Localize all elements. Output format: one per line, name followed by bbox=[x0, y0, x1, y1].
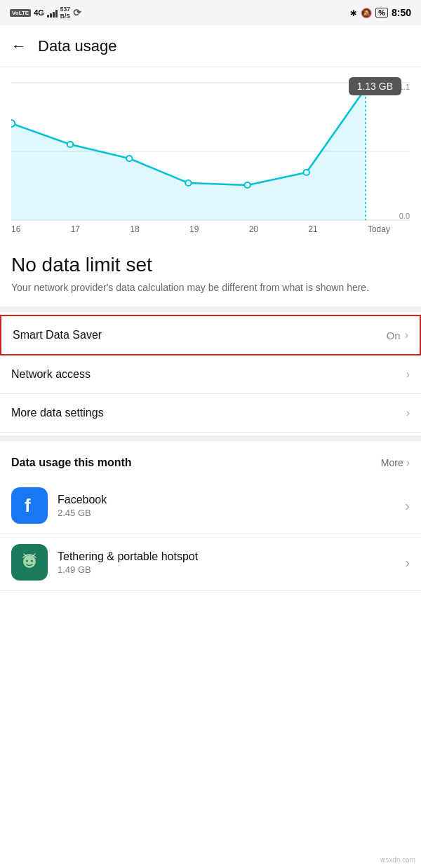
section-divider-1 bbox=[0, 306, 421, 312]
no-limit-desc: Your network provider's data calculation… bbox=[11, 280, 410, 295]
chart-section: 1.13 GB 1.1 0.0 16 17 bbox=[0, 67, 421, 243]
tethering-name: Tethering & portable hotspot bbox=[58, 550, 403, 563]
data-chart bbox=[11, 81, 410, 222]
section-divider-2 bbox=[0, 435, 421, 441]
chart-container: 1.1 0.0 16 17 18 19 20 21 Today bbox=[11, 81, 410, 236]
chevron-icon-tethering: › bbox=[405, 555, 410, 571]
network-access-left: Network access bbox=[11, 368, 91, 381]
status-left: VoLTE 4G 537 B/S ⟳ bbox=[10, 6, 81, 20]
svg-point-6 bbox=[126, 156, 132, 161]
settings-list: Smart Data Saver On › Network access › M… bbox=[0, 315, 421, 433]
svg-point-14 bbox=[26, 560, 28, 562]
smart-data-saver-right: On › bbox=[387, 329, 408, 341]
svg-point-13 bbox=[23, 555, 36, 568]
x-label-17: 17 bbox=[71, 224, 80, 234]
signal-bars bbox=[47, 8, 58, 18]
no-limit-title: No data limit set bbox=[11, 254, 410, 276]
more-data-settings-right: › bbox=[405, 407, 410, 419]
smart-data-saver-left: Smart Data Saver bbox=[13, 329, 102, 341]
chevron-icon-saver: › bbox=[405, 329, 408, 341]
tethering-logo-svg bbox=[18, 550, 41, 574]
more-label: More bbox=[381, 457, 403, 468]
tethering-icon bbox=[11, 544, 48, 581]
smart-data-saver-value: On bbox=[387, 330, 401, 341]
svg-text:f: f bbox=[25, 495, 31, 516]
month-title: Data usage this month bbox=[11, 456, 132, 469]
x-label-16: 16 bbox=[11, 224, 20, 234]
smart-data-saver-item[interactable]: Smart Data Saver On › bbox=[0, 315, 421, 355]
facebook-logo-svg: f bbox=[19, 495, 40, 516]
top-bar: ← Data usage bbox=[0, 25, 421, 67]
x-label-today: Today bbox=[368, 224, 390, 234]
status-right: ∗ 🔕 % 8:50 bbox=[349, 7, 411, 18]
battery-indicator: % bbox=[375, 8, 388, 18]
svg-marker-3 bbox=[11, 88, 366, 220]
svg-point-4 bbox=[11, 120, 15, 127]
svg-point-5 bbox=[67, 142, 73, 147]
smart-data-saver-label: Smart Data Saver bbox=[13, 329, 102, 341]
network-type: 4G bbox=[34, 8, 44, 17]
x-label-18: 18 bbox=[130, 224, 139, 234]
svg-point-7 bbox=[185, 180, 191, 186]
chart-tooltip: 1.13 GB bbox=[349, 77, 401, 95]
chevron-icon-more: › bbox=[406, 456, 410, 469]
more-data-settings-label: More data settings bbox=[11, 407, 104, 419]
back-button[interactable]: ← bbox=[11, 39, 27, 54]
chart-y-labels: 1.1 0.0 bbox=[399, 81, 410, 222]
svg-point-15 bbox=[31, 560, 33, 562]
clock: 8:50 bbox=[392, 7, 411, 18]
app-item-facebook[interactable]: f Facebook 2.45 GB › bbox=[0, 477, 421, 534]
more-data-settings-item[interactable]: More data settings › bbox=[0, 394, 421, 433]
chevron-icon-facebook: › bbox=[405, 498, 410, 514]
tethering-info: Tethering & portable hotspot 1.49 GB bbox=[58, 550, 403, 575]
x-label-20: 20 bbox=[249, 224, 258, 234]
no-limit-section: No data limit set Your network provider'… bbox=[0, 243, 421, 304]
chevron-icon-more-data: › bbox=[406, 407, 410, 419]
svg-point-9 bbox=[304, 170, 309, 175]
watermark: wsxdn.com bbox=[380, 856, 415, 864]
tethering-data: 1.49 GB bbox=[58, 564, 403, 575]
network-access-label: Network access bbox=[11, 368, 91, 381]
chart-y-min: 0.0 bbox=[399, 212, 410, 220]
network-access-right: › bbox=[405, 368, 410, 381]
facebook-data: 2.45 GB bbox=[58, 508, 403, 518]
app-item-tethering[interactable]: Tethering & portable hotspot 1.49 GB › bbox=[0, 534, 421, 591]
mute-icon: 🔕 bbox=[361, 8, 372, 18]
chart-x-labels: 16 17 18 19 20 21 Today bbox=[11, 222, 390, 234]
x-label-19: 19 bbox=[189, 224, 199, 234]
more-data-settings-left: More data settings bbox=[11, 407, 104, 419]
app-list: f Facebook 2.45 GB › bbox=[0, 477, 421, 591]
status-bar: VoLTE 4G 537 B/S ⟳ ∗ 🔕 % 8:50 bbox=[0, 0, 421, 25]
network-access-item[interactable]: Network access › bbox=[0, 355, 421, 394]
more-link[interactable]: More › bbox=[381, 456, 410, 469]
bluetooth-icon: ∗ bbox=[349, 8, 357, 18]
facebook-icon: f bbox=[11, 487, 48, 524]
facebook-name: Facebook bbox=[58, 494, 403, 506]
facebook-info: Facebook 2.45 GB bbox=[58, 494, 403, 518]
svg-point-8 bbox=[244, 182, 250, 188]
chevron-icon-network: › bbox=[406, 368, 410, 381]
page-title: Data usage bbox=[38, 37, 117, 55]
data-speed: 537 B/S bbox=[60, 6, 70, 20]
volte-badge: VoLTE bbox=[10, 9, 31, 17]
x-label-21: 21 bbox=[308, 224, 317, 234]
sync-icon: ⟳ bbox=[73, 7, 81, 18]
month-header: Data usage this month More › bbox=[0, 444, 421, 477]
